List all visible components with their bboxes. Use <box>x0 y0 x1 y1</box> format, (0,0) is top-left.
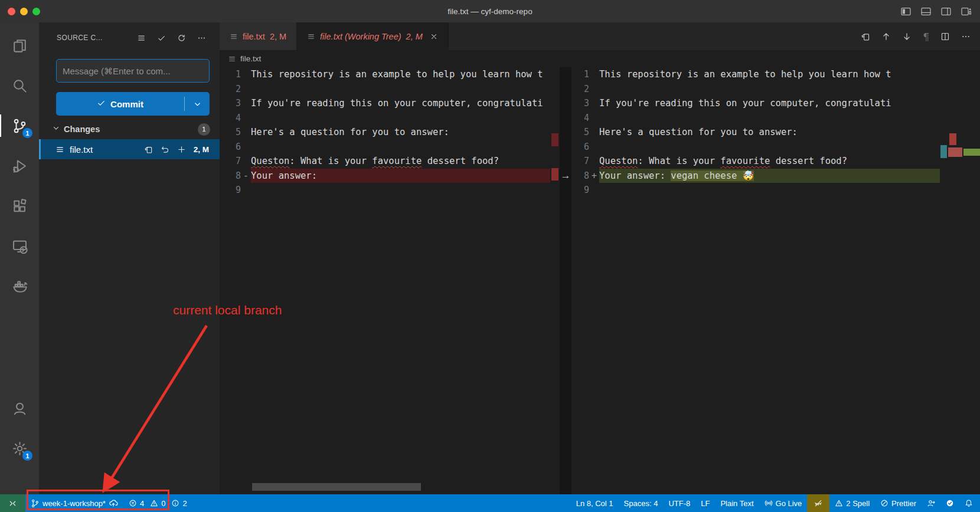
stage-changes-icon[interactable] <box>177 145 186 154</box>
commit-message-input[interactable] <box>56 59 210 83</box>
line-number: 9 <box>571 185 589 195</box>
tab-bar: file.txt 2, M file.txt (Working Tree) 2,… <box>220 22 980 50</box>
line-number: 5 <box>220 127 241 137</box>
diff-modified-pane[interactable]: 1This repository is an example to help y… <box>571 67 980 494</box>
refresh-icon[interactable] <box>177 34 186 42</box>
line-content <box>251 111 550 126</box>
workbench: 1 1 SOURCE C... Commit Changes 1 file.tx… <box>0 22 980 494</box>
line-number: 2 <box>571 84 589 94</box>
customize-layout-icon[interactable] <box>961 6 971 17</box>
line-content <box>251 140 550 155</box>
file-status: 2, M <box>194 145 209 154</box>
activity-item-accounts[interactable] <box>6 395 32 421</box>
activity-item-search[interactable] <box>6 73 32 99</box>
status-notifications[interactable] <box>959 494 978 512</box>
activity-item-extensions[interactable] <box>6 193 32 219</box>
split-editor-icon[interactable] <box>940 32 950 41</box>
diff-editor: 1This repository is an example to help y… <box>220 67 980 494</box>
git-branch-icon <box>31 499 40 508</box>
status-cursor-position[interactable]: Ln 8, Col 1 <box>571 494 619 512</box>
line-number: 6 <box>220 142 241 152</box>
toggle-whitespace-icon[interactable]: ¶ <box>923 31 929 42</box>
activity-badge: 1 <box>22 128 32 138</box>
inserted-text: vegan cheese 🤯 <box>671 170 754 181</box>
toggle-panel-icon[interactable] <box>921 6 931 17</box>
status-go-live[interactable]: Go Live <box>759 494 808 512</box>
editor-line-1: 1This repository is an example to help y… <box>571 67 980 82</box>
view-as-tree-icon[interactable] <box>137 34 146 42</box>
discard-changes-icon[interactable] <box>161 145 169 154</box>
commit-button-label: Commit <box>110 99 143 109</box>
line-number: 9 <box>220 185 241 195</box>
status-prettier[interactable]: Prettier <box>875 494 922 512</box>
status-indentation[interactable]: Spaces: 4 <box>619 494 664 512</box>
status-feedback[interactable] <box>922 494 940 512</box>
more-actions-icon[interactable] <box>197 34 206 42</box>
line-number: 5 <box>571 127 589 137</box>
activity-bar-top: 1 <box>6 32 32 299</box>
diff-sash[interactable] <box>560 67 571 494</box>
activity-item-docker[interactable] <box>6 273 32 299</box>
line-content: Your answer: vegan cheese 🤯 <box>599 169 940 183</box>
activity-item-settings[interactable]: 1 <box>6 435 32 461</box>
tab-file-txt-working-tree[interactable]: file.txt (Working Tree) 2, M <box>297 22 449 50</box>
sidebar-header-actions <box>137 34 206 42</box>
status-problems[interactable]: 4 0 2 <box>123 494 192 512</box>
toggle-secondary-sidebar-icon[interactable] <box>941 6 951 17</box>
activity-item-source-control[interactable]: 1 <box>6 113 32 139</box>
activity-item-remote-explorer[interactable] <box>6 233 32 259</box>
editor-line-6: 6 <box>571 140 980 155</box>
status-branch[interactable]: week-1-workshop* <box>25 494 123 512</box>
status-language-mode[interactable]: Plain Text <box>715 494 759 512</box>
status-spell-checker[interactable]: 2 Spell <box>829 494 875 512</box>
status-label: 2 Spell <box>846 499 870 508</box>
line-content <box>251 183 550 198</box>
status-eol[interactable]: LF <box>695 494 715 512</box>
diff-original-pane[interactable]: 1This repository is an example to help y… <box>220 67 560 494</box>
editor-line-9: 9 <box>571 183 980 198</box>
editor-line-2: 2 <box>571 82 980 97</box>
changed-file-row[interactable]: file.txt 2, M <box>39 139 220 159</box>
editor-line-6: 6 <box>220 140 560 155</box>
more-actions-icon[interactable] <box>961 32 971 41</box>
line-content: This repository is an example to help yo… <box>599 67 940 82</box>
overview-ruler-mark <box>940 145 947 158</box>
status-format-ok[interactable] <box>940 494 959 512</box>
overview-ruler-mark <box>948 147 962 157</box>
commit-check-icon[interactable] <box>157 34 166 42</box>
info-icon <box>171 499 179 507</box>
toggle-primary-sidebar-icon[interactable] <box>901 6 911 17</box>
horizontal-scrollbar[interactable] <box>252 483 421 491</box>
line-content <box>599 183 940 198</box>
status-label: Ln 8, Col 1 <box>576 499 613 508</box>
slash-circle-icon <box>880 499 888 507</box>
changes-section-header[interactable]: Changes 1 <box>39 119 220 139</box>
status-eye-toggle[interactable] <box>807 494 829 512</box>
breadcrumb[interactable]: file.txt <box>220 50 980 67</box>
editor-line-3: 3If you're reading this on your computer… <box>220 96 560 111</box>
status-label: Plain Text <box>720 499 753 508</box>
close-icon[interactable] <box>430 32 438 41</box>
file-name: file.txt <box>70 145 93 155</box>
line-number: 2 <box>220 84 241 94</box>
tab-file-txt-index[interactable]: file.txt 2, M <box>220 22 297 50</box>
editor-line-2: 2 <box>220 82 560 97</box>
commit-button[interactable]: Commit <box>56 92 210 116</box>
status-encoding[interactable]: UTF-8 <box>663 494 695 512</box>
editor-line-1: 1This repository is an example to help y… <box>220 67 560 82</box>
status-remote-indicator[interactable] <box>0 494 25 512</box>
info-count: 2 <box>182 499 187 508</box>
activity-item-explorer[interactable] <box>6 32 32 58</box>
next-change-icon[interactable] <box>902 32 912 41</box>
line-number: 6 <box>571 142 589 152</box>
line-content: Here's a question for you to answer: <box>251 125 550 140</box>
status-label: UTF-8 <box>668 499 690 508</box>
activity-item-run-and-debug[interactable] <box>6 153 32 179</box>
commit-dropdown-button[interactable] <box>185 100 210 109</box>
previous-change-icon[interactable] <box>881 32 891 41</box>
open-file-icon[interactable] <box>144 145 153 154</box>
activity-bar: 1 1 <box>0 22 39 494</box>
diff-change-arrow[interactable]: → <box>557 168 574 183</box>
open-changes-icon[interactable] <box>861 32 870 41</box>
original-lines: 1This repository is an example to help y… <box>220 67 560 198</box>
